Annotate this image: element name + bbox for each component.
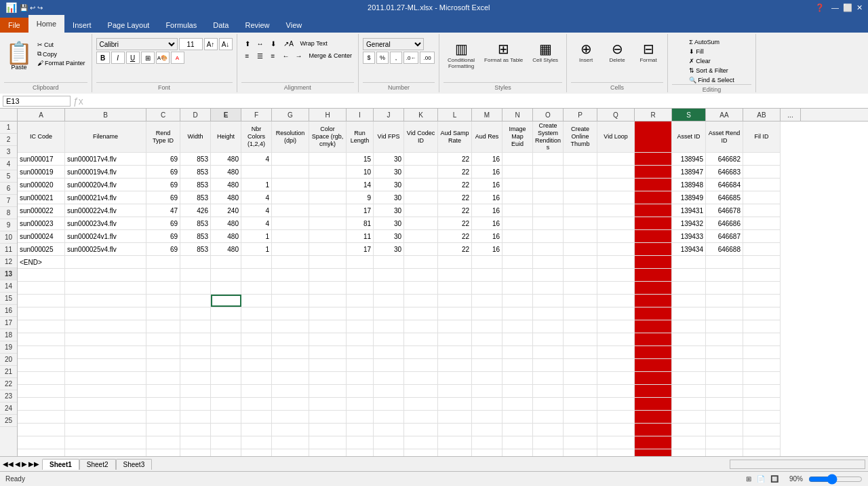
find-select-button[interactable]: 🔍 Find & Select [687, 76, 736, 84]
cell-i10[interactable] [347, 256, 374, 268]
cell-a8[interactable]: sun000024 [18, 230, 65, 242]
decrease-indent-button[interactable]: ← [280, 50, 292, 61]
cell-q10[interactable] [597, 256, 635, 268]
cell-r7[interactable] [635, 217, 672, 229]
cell-q5[interactable] [597, 191, 635, 204]
align-left-button[interactable]: ≡ [241, 50, 254, 61]
cell-h7[interactable] [309, 217, 347, 229]
cell-m8[interactable]: 16 [472, 230, 502, 242]
underline-button[interactable]: U [126, 52, 140, 64]
col-header-fi[interactable]: ... [781, 109, 801, 121]
cell-d8[interactable]: 853 [180, 230, 211, 242]
cut-button[interactable]: ✂ Cut [35, 41, 87, 49]
cell-n7[interactable] [502, 217, 533, 229]
col-header-n[interactable]: N [502, 109, 533, 121]
cell-k8[interactable] [404, 230, 438, 242]
cell-q7[interactable] [597, 217, 635, 229]
decrease-font-button[interactable]: A↓ [219, 38, 233, 50]
cell-m7[interactable]: 16 [472, 217, 502, 229]
cell-l5[interactable]: 22 [438, 191, 472, 204]
cell-k9[interactable] [404, 243, 438, 255]
cell-g10[interactable] [272, 256, 309, 268]
cell-h5[interactable] [309, 191, 347, 204]
cell-n9[interactable] [502, 243, 533, 255]
cell-r2[interactable] [635, 153, 672, 165]
cell-k10[interactable] [404, 256, 438, 268]
cell-aa2[interactable]: 646682 [706, 153, 743, 165]
cell-m1[interactable]: Aud Res [472, 122, 502, 152]
currency-button[interactable]: $ [363, 52, 375, 64]
cell-h10[interactable] [309, 256, 347, 268]
cell-o5[interactable] [533, 191, 564, 204]
cell-a2[interactable]: sun000017 [18, 153, 65, 165]
cell-d4[interactable]: 853 [180, 179, 211, 191]
clear-button[interactable]: ✗ Clear [687, 57, 713, 65]
row-header-7[interactable]: 7 [0, 195, 17, 207]
cell-j7[interactable]: 30 [374, 217, 404, 229]
delete-button[interactable]: ⊖ Delete [602, 38, 632, 66]
col-header-c[interactable]: C [146, 109, 180, 121]
cell-b1[interactable]: Filename [65, 122, 146, 152]
tab-review[interactable]: Review [237, 18, 277, 33]
cell-a3[interactable]: sun000019 [18, 166, 65, 178]
cell-ab6[interactable] [743, 204, 781, 217]
align-top-button[interactable]: ⬆ [241, 38, 254, 49]
cell-ab8[interactable] [743, 230, 781, 242]
cell-f3[interactable] [241, 166, 272, 178]
cell-k2[interactable] [404, 153, 438, 165]
cell-q8[interactable] [597, 230, 635, 242]
font-color-button[interactable]: A [171, 52, 184, 64]
row-header-11[interactable]: 11 [0, 244, 17, 256]
cell-b5[interactable]: sun000021v4.flv [65, 191, 146, 204]
cell-d6[interactable]: 426 [180, 204, 211, 217]
cell-g7[interactable] [272, 217, 309, 229]
cell-a6[interactable]: sun000022 [18, 204, 65, 217]
cell-g4[interactable] [272, 179, 309, 191]
cell-ab1[interactable]: Fil ID [743, 122, 781, 152]
cell-j5[interactable]: 30 [374, 191, 404, 204]
cell-m5[interactable]: 16 [472, 191, 502, 204]
cell-p5[interactable] [564, 191, 597, 204]
cell-d5[interactable]: 853 [180, 191, 211, 204]
cell-m10[interactable] [472, 256, 502, 268]
row-header-1[interactable]: 1 [0, 122, 17, 134]
cell-b8[interactable]: sun000024v1.flv [65, 230, 146, 242]
row-header-22[interactable]: 22 [0, 378, 17, 390]
cell-o1[interactable]: Create System Rendition s [533, 122, 564, 152]
cell-k6[interactable] [404, 204, 438, 217]
cell-h2[interactable] [309, 153, 347, 165]
font-size-input[interactable] [179, 38, 203, 50]
cell-f5[interactable]: 4 [241, 191, 272, 204]
cell-o3[interactable] [533, 166, 564, 178]
cell-l1[interactable]: Aud Samp Rate [438, 122, 472, 152]
col-header-f[interactable]: F [241, 109, 272, 121]
cell-m4[interactable]: 16 [472, 179, 502, 191]
zoom-slider[interactable] [808, 474, 863, 485]
cell-h1[interactable]: Color Space (rgb, cmyk) [309, 122, 347, 152]
col-header-ab[interactable]: AB [743, 109, 781, 121]
row-header-16[interactable]: 16 [0, 305, 17, 317]
cell-a5[interactable]: sun000021 [18, 191, 65, 204]
cell-ab4[interactable] [743, 179, 781, 191]
cell-o6[interactable] [533, 204, 564, 217]
cell-aa3[interactable]: 646683 [706, 166, 743, 178]
col-header-r[interactable]: R [635, 109, 672, 121]
cell-r4[interactable] [635, 179, 672, 191]
cell-aa8[interactable]: 646687 [706, 230, 743, 242]
tab-file[interactable]: File [0, 18, 28, 33]
cell-b9[interactable]: sun000025v4.flv [65, 243, 146, 255]
row-header-23[interactable]: 23 [0, 390, 17, 403]
sheet-nav-last[interactable]: ▶▶ [28, 460, 39, 468]
name-box[interactable] [3, 96, 71, 107]
cell-a9[interactable]: sun000025 [18, 243, 65, 255]
sheet-nav-first[interactable]: ◀◀ [3, 460, 14, 468]
sort-filter-button[interactable]: ⇅ Sort & Filter [687, 67, 730, 75]
col-header-j[interactable]: J [374, 109, 404, 121]
cell-ab10[interactable] [743, 256, 781, 268]
cell-i4[interactable]: 14 [347, 179, 374, 191]
cell-i8[interactable]: 11 [347, 230, 374, 242]
cell-g6[interactable] [272, 204, 309, 217]
cell-c1[interactable]: Rend Type ID [146, 122, 180, 152]
cell-r9[interactable] [635, 243, 672, 255]
fill-color-button[interactable]: A🎨 [156, 52, 170, 64]
